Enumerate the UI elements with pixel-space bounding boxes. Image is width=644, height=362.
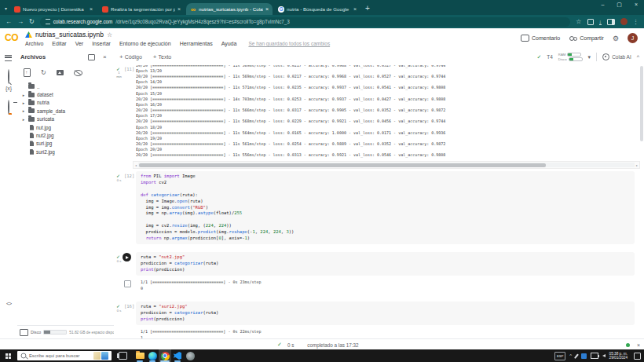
app-button[interactable] (184, 349, 196, 362)
add-code-button[interactable]: +Código (119, 53, 142, 60)
chevron-right-icon[interactable]: ▸ (21, 108, 26, 113)
menubar-item[interactable]: Entorno de ejecución (119, 41, 171, 46)
file-tree: ..▸dataset▸nutria▸sample_data▸suricatanu… (17, 82, 114, 156)
code-cell[interactable]: ruta = "suri2.jpg"prediccion = categoriz… (136, 302, 635, 325)
close-panel-icon[interactable]: × (103, 55, 107, 60)
refresh-files-icon[interactable]: ↻ (41, 70, 46, 76)
browser-profile-avatar[interactable] (620, 18, 628, 25)
menubar-item[interactable]: Ayuda (221, 41, 237, 46)
menubar-item[interactable]: Editar (52, 41, 66, 46)
notebook-vertical-scrollbar[interactable] (640, 66, 643, 141)
browser-menu-kebab-icon[interactable]: ⋮ (633, 19, 639, 25)
vscode-button[interactable] (171, 349, 184, 362)
window-close-button[interactable]: × (635, 2, 638, 8)
colab-ai-button[interactable]: Colab AI (602, 53, 631, 60)
mount-drive-icon[interactable] (57, 70, 64, 75)
file-explorer-button[interactable] (134, 349, 146, 362)
side-panel-icon[interactable] (607, 19, 615, 25)
status-close-icon[interactable]: × (637, 342, 640, 348)
tree-item[interactable]: ▸suricata (17, 115, 114, 123)
terminal-icon[interactable] (20, 329, 28, 336)
tray-app-icon[interactable] (581, 353, 587, 359)
output-horizontal-scrollbar[interactable]: ◂ ▸ (133, 161, 640, 169)
tree-item[interactable]: suri2.jpg (17, 148, 114, 155)
start-button[interactable] (5, 353, 11, 359)
upload-file-icon[interactable] (24, 68, 31, 77)
chrome-button[interactable] (159, 349, 171, 362)
outline-toc-icon[interactable] (5, 55, 12, 61)
notebook-title[interactable]: nutrias_suricatas.ipynb (35, 31, 104, 38)
tab-close-icon[interactable]: × (265, 6, 269, 12)
collapse-header-chevron-icon[interactable]: ^ (637, 54, 639, 60)
output-line: 20/20 [==============================] -… (136, 97, 635, 102)
site-info-icon[interactable] (46, 19, 50, 24)
new-tab-button[interactable]: + (365, 4, 370, 13)
tab-close-icon[interactable]: × (177, 6, 181, 12)
back-icon[interactable]: ← (5, 18, 12, 25)
tab-close-icon[interactable]: × (90, 6, 93, 12)
code-snippets-icon[interactable]: <> (6, 301, 11, 306)
tree-item[interactable]: .. (17, 82, 114, 90)
comment-button[interactable]: Comentario (521, 35, 560, 42)
scroll-right-arrow-icon[interactable]: ▸ (635, 163, 639, 167)
window-maximize-button[interactable]: ▢ (617, 2, 622, 8)
account-avatar[interactable]: J (628, 33, 638, 43)
notification-center-icon[interactable] (634, 353, 641, 360)
forward-icon[interactable]: → (17, 18, 24, 25)
pen-tray-icon[interactable] (574, 353, 579, 358)
download-icon[interactable]: ↓ (599, 19, 602, 25)
reload-icon[interactable]: ↻ (29, 18, 35, 25)
browser-tab[interactable]: Nuevo proyecto | Domestika× (10, 3, 97, 15)
settings-gear-icon[interactable]: ⚙ (613, 35, 619, 42)
resource-gauge[interactable]: RAM Disco (558, 53, 583, 62)
tree-item[interactable]: ▸nutria (17, 99, 114, 107)
runtime-dropdown-chevron-icon[interactable]: ▾ (588, 54, 591, 60)
browser-tab[interactable]: Gnutria - Búsqueda de Google× (274, 3, 360, 15)
code-line: prediccion = modelo.predict(img.reshape(… (141, 229, 630, 236)
menubar-item[interactable]: Ver (75, 41, 84, 46)
tree-item[interactable]: ▸dataset (17, 90, 114, 98)
window-minimize-button[interactable]: – (601, 2, 604, 8)
task-view-icon[interactable] (119, 352, 127, 360)
hidden-files-eye-icon[interactable] (74, 70, 82, 76)
save-status[interactable]: Se han guardado todos los cambios (248, 41, 330, 46)
tree-item[interactable]: ▸sample_data (17, 107, 114, 115)
edge-button[interactable] (146, 349, 159, 362)
open-in-tab-icon[interactable] (88, 54, 95, 60)
chevron-right-icon[interactable]: ▸ (21, 101, 26, 105)
chevron-right-icon[interactable]: ▸ (21, 117, 26, 122)
run-cell-button[interactable] (123, 253, 131, 261)
taskbar-clock[interactable]: 05:38 p. m. 29/01/2024 (609, 352, 628, 360)
menubar-item[interactable]: Herramientas (180, 41, 213, 46)
cell-exec-time: 0 s (115, 260, 123, 264)
chevron-right-icon[interactable]: ▸ (21, 93, 26, 97)
browser-tab[interactable]: Realiza la segmentación por po× (98, 3, 185, 15)
star-notebook-icon[interactable]: ☆ (107, 31, 112, 38)
tab-search-chevron-icon[interactable]: ▾ (5, 5, 7, 11)
scrollbar-thumb[interactable] (139, 163, 546, 167)
scrollbar-track[interactable] (138, 163, 635, 167)
variables-icon[interactable]: {x} (5, 86, 12, 91)
tree-item[interactable]: suri.jpg (17, 140, 114, 148)
share-button[interactable]: Compartir (569, 35, 604, 42)
add-text-button[interactable]: +Texto (153, 53, 171, 60)
tree-item[interactable]: nut2.jpg (17, 131, 114, 139)
tab-close-icon[interactable]: × (353, 6, 357, 12)
menubar-item[interactable]: Insertar (92, 41, 111, 46)
cell-output-icon[interactable] (124, 280, 131, 287)
code-cell[interactable]: from PIL import Imageimport cv2 def cate… (136, 171, 635, 244)
code-cell[interactable]: ruta = "nut2.jpg"prediccion = categoriza… (136, 252, 635, 276)
volume-icon[interactable] (602, 354, 606, 357)
taskbar-search-input[interactable]: Escribe aquí para buscar (17, 351, 112, 360)
colab-logo[interactable]: CO (5, 32, 18, 43)
address-bar[interactable]: colab.research.google.com/drive/1qz9c08u… (40, 17, 571, 27)
language-indicator[interactable]: ESP (554, 352, 565, 360)
browser-tab[interactable]: ∞nutrias_suricatas.ipynb - Colab× (186, 3, 273, 15)
extensions-icon[interactable] (587, 19, 594, 25)
search-icon[interactable] (8, 70, 9, 84)
tree-item[interactable]: nut.jpg (17, 123, 114, 131)
runtime-type[interactable]: T4 (547, 54, 553, 60)
menubar-item[interactable]: Archivo (25, 41, 43, 46)
hidden-icons-chevron-icon[interactable]: ^ (569, 353, 572, 358)
bookmark-star-icon[interactable]: ☆ (576, 18, 581, 25)
